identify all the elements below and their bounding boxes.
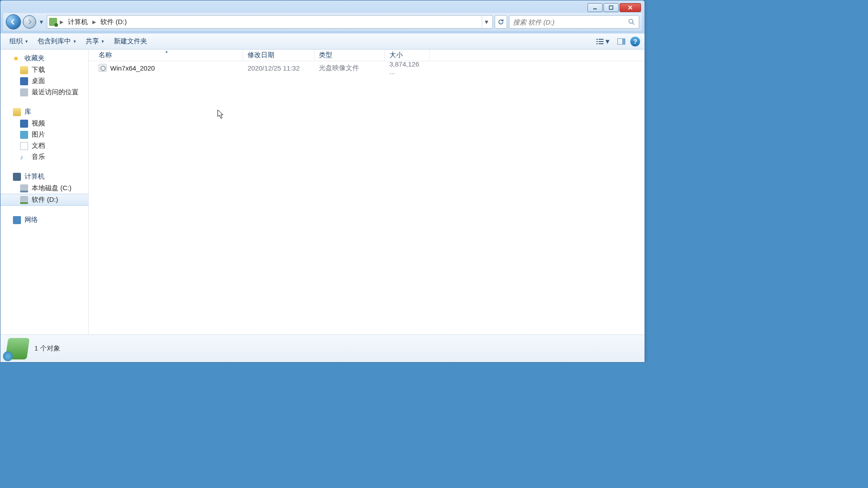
help-icon: ? bbox=[633, 38, 637, 45]
mouse-cursor-icon bbox=[217, 109, 224, 119]
address-dropdown[interactable]: ▾ bbox=[482, 16, 491, 28]
chevron-down-icon: ▼ bbox=[604, 38, 611, 45]
svg-rect-0 bbox=[593, 8, 597, 9]
computer-group: 计算机 本地磁盘 (C:) 软件 (D:) bbox=[0, 171, 88, 206]
library-icon bbox=[13, 108, 21, 116]
computer-label: 计算机 bbox=[25, 172, 45, 181]
sidebar-item-documents[interactable]: 文档 bbox=[0, 140, 88, 151]
help-button[interactable]: ? bbox=[630, 37, 640, 46]
view-mode-button[interactable]: ▼ bbox=[595, 36, 612, 47]
navigation-pane: ★收藏夹 下载 桌面 最近访问的位置 库 视频 图片 文档 ♪音乐 计算机 本地… bbox=[0, 50, 89, 334]
recent-icon bbox=[20, 88, 28, 96]
column-header-date[interactable]: 修改日期 bbox=[243, 50, 314, 61]
breadcrumb-drive[interactable]: 软件 (D:) bbox=[99, 17, 128, 27]
sidebar-item-label: 文档 bbox=[32, 142, 45, 150]
file-name: Win7x64_2020 bbox=[110, 64, 155, 72]
organize-label: 组织 bbox=[9, 37, 23, 46]
chevron-down-icon: ▼ bbox=[25, 39, 29, 44]
new-folder-label: 新建文件夹 bbox=[114, 37, 147, 46]
breadcrumb-sep-icon: ▶ bbox=[92, 19, 96, 25]
preview-pane-button[interactable] bbox=[615, 36, 628, 47]
sidebar-item-drive-d[interactable]: 软件 (D:) bbox=[0, 194, 88, 206]
column-header-size[interactable]: 大小 bbox=[385, 50, 430, 61]
sidebar-item-label: 最近访问的位置 bbox=[32, 88, 79, 96]
sidebar-item-desktop[interactable]: 桌面 bbox=[0, 75, 88, 87]
sidebar-item-label: 音乐 bbox=[32, 153, 45, 161]
new-folder-button[interactable]: 新建文件夹 bbox=[109, 35, 152, 47]
status-text: 1 个对象 bbox=[34, 344, 60, 353]
sidebar-item-label: 软件 (D:) bbox=[32, 196, 58, 204]
column-header-name[interactable]: 名称 bbox=[89, 50, 243, 61]
column-header-type[interactable]: 类型 bbox=[314, 50, 385, 61]
drive-icon bbox=[20, 196, 28, 204]
share-button[interactable]: 共享▼ bbox=[81, 35, 109, 47]
minimize-button[interactable] bbox=[587, 3, 603, 12]
sidebar-item-label: 桌面 bbox=[32, 77, 45, 85]
sidebar-item-videos[interactable]: 视频 bbox=[0, 118, 88, 129]
favorites-label: 收藏夹 bbox=[25, 54, 45, 63]
svg-rect-3 bbox=[596, 39, 598, 40]
sidebar-network[interactable]: 网络 bbox=[0, 214, 88, 226]
svg-rect-6 bbox=[599, 41, 603, 42]
column-label: 大小 bbox=[389, 51, 403, 59]
sidebar-item-label: 本地磁盘 (C:) bbox=[32, 184, 71, 192]
organize-button[interactable]: 组织▼ bbox=[5, 35, 33, 47]
file-row[interactable]: Win7x64_2020 2020/12/25 11:32 光盘映像文件 3,8… bbox=[89, 61, 645, 75]
search-box[interactable] bbox=[509, 15, 639, 29]
back-button[interactable] bbox=[6, 14, 21, 29]
chevron-down-icon: ▼ bbox=[73, 39, 77, 44]
star-icon: ★ bbox=[13, 54, 21, 63]
network-label: 网络 bbox=[25, 216, 38, 224]
sidebar-libraries[interactable]: 库 bbox=[0, 106, 88, 118]
file-size: 3,874,126 ... bbox=[385, 60, 430, 75]
breadcrumb-sep-icon: ▶ bbox=[60, 19, 63, 25]
share-label: 共享 bbox=[86, 37, 99, 46]
libraries-group: 库 视频 图片 文档 ♪音乐 bbox=[0, 106, 88, 163]
svg-rect-7 bbox=[596, 43, 598, 44]
file-type: 光盘映像文件 bbox=[314, 64, 385, 72]
sidebar-item-recent[interactable]: 最近访问的位置 bbox=[0, 87, 88, 98]
address-bar[interactable]: ▶ 计算机 ▶ 软件 (D:) ▾ bbox=[47, 15, 493, 29]
svg-rect-10 bbox=[622, 38, 625, 45]
sidebar-item-drive-c[interactable]: 本地磁盘 (C:) bbox=[0, 183, 88, 194]
desktop-icon bbox=[20, 77, 28, 85]
search-input[interactable] bbox=[513, 18, 628, 26]
downloads-icon bbox=[20, 66, 28, 74]
sidebar-item-label: 图片 bbox=[32, 130, 45, 139]
breadcrumb-computer[interactable]: 计算机 bbox=[66, 17, 90, 27]
forward-button[interactable] bbox=[23, 15, 36, 29]
svg-rect-4 bbox=[599, 39, 603, 40]
include-in-library-button[interactable]: 包含到库中▼ bbox=[33, 35, 81, 47]
list-view-icon bbox=[596, 38, 603, 45]
command-bar: 组织▼ 包含到库中▼ 共享▼ 新建文件夹 ▼ ? bbox=[0, 33, 645, 50]
column-label: 名称 bbox=[99, 51, 112, 59]
drive-status-icon bbox=[5, 338, 30, 359]
window-chrome: ▾ ▶ 计算机 ▶ 软件 (D:) ▾ bbox=[0, 0, 645, 33]
network-icon bbox=[13, 216, 21, 224]
sidebar-item-pictures[interactable]: 图片 bbox=[0, 129, 88, 140]
drive-icon bbox=[20, 184, 28, 192]
include-label: 包含到库中 bbox=[37, 37, 71, 46]
sidebar-computer[interactable]: 计算机 bbox=[0, 171, 88, 183]
sidebar-item-downloads[interactable]: 下载 bbox=[0, 64, 88, 75]
close-button[interactable] bbox=[620, 3, 641, 12]
sidebar-favorites[interactable]: ★收藏夹 bbox=[0, 52, 88, 64]
music-icon: ♪ bbox=[20, 153, 28, 161]
documents-icon bbox=[20, 142, 28, 150]
computer-icon bbox=[13, 173, 21, 181]
column-label: 类型 bbox=[319, 51, 332, 59]
favorites-group: ★收藏夹 下载 桌面 最近访问的位置 bbox=[0, 52, 88, 98]
refresh-button[interactable] bbox=[495, 15, 507, 29]
svg-rect-5 bbox=[596, 41, 598, 42]
explorer-window: ▾ ▶ 计算机 ▶ 软件 (D:) ▾ 组织▼ 包含到库中▼ 共享▼ 新建文件夹 bbox=[0, 0, 645, 363]
network-group: 网络 bbox=[0, 214, 88, 226]
sidebar-item-music[interactable]: ♪音乐 bbox=[0, 151, 88, 163]
column-label: 修改日期 bbox=[248, 51, 274, 59]
nav-history-dropdown[interactable]: ▾ bbox=[38, 15, 45, 29]
drive-icon bbox=[49, 18, 57, 26]
nav-row: ▾ ▶ 计算机 ▶ 软件 (D:) ▾ bbox=[3, 13, 642, 31]
pictures-icon bbox=[20, 131, 28, 139]
search-icon bbox=[628, 18, 635, 25]
maximize-button[interactable] bbox=[603, 3, 619, 12]
chevron-down-icon: ▼ bbox=[101, 39, 105, 44]
